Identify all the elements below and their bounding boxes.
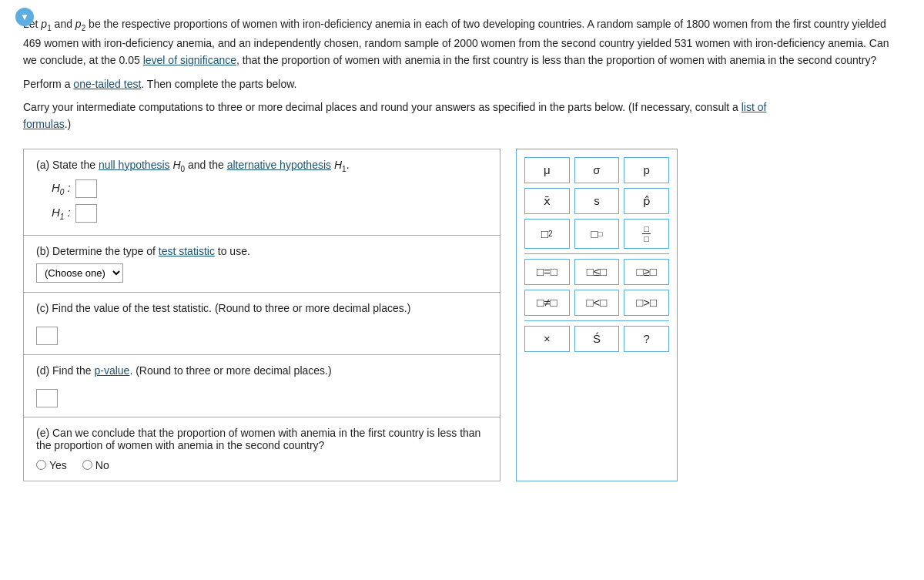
question-b: (b) Determine the type of test statistic…: [24, 236, 500, 293]
alternative-hypothesis-link[interactable]: alternative hypothesis: [227, 159, 331, 171]
test-statistic-input[interactable]: [37, 327, 57, 344]
test-statistic-answer-box[interactable]: [36, 327, 58, 345]
symbol-grid-row2: x̄ s p̂: [524, 188, 669, 214]
symbol-leq[interactable]: □≤□: [574, 259, 620, 285]
one-tailed-test-link[interactable]: one-tailed test: [73, 78, 141, 90]
symbol-fraction[interactable]: □ □: [624, 219, 669, 249]
symbol-panel: μ σ p x̄ s p̂ □2 □□ □ □ □=□ □≤□ □≥: [516, 149, 678, 481]
h0-input-box[interactable]: [75, 179, 97, 198]
chevron-down-icon[interactable]: ▼: [15, 8, 34, 26]
symbol-lt[interactable]: □<□: [574, 290, 620, 316]
h0-input[interactable]: [76, 180, 96, 197]
main-content: (a) State the null hypothesis H0 and the…: [23, 149, 901, 481]
symbol-p[interactable]: p: [624, 157, 669, 183]
h1-input-box[interactable]: [75, 204, 97, 223]
symbol-s[interactable]: s: [574, 188, 620, 214]
null-hypothesis-link[interactable]: null hypothesis: [99, 159, 170, 171]
symbol-grid-row5: □≠□ □<□ □>□: [524, 290, 669, 316]
symbol-divider-1: [524, 253, 669, 254]
symbol-equals[interactable]: □=□: [524, 259, 570, 285]
intro-paragraph-1: Let p1 and p2 be the respective proporti…: [23, 15, 901, 69]
question-d: (d) Find the p-value. (Round to three or…: [24, 355, 500, 417]
test-statistic-dropdown[interactable]: (Choose one) z t Chi-square F: [36, 263, 123, 283]
symbol-squared[interactable]: □2: [524, 219, 570, 249]
yes-no-row: Yes No: [36, 459, 487, 471]
p-value-link[interactable]: p-value: [94, 364, 129, 377]
dropdown-row: (Choose one) z t Chi-square F: [36, 263, 487, 283]
symbol-grid-row3: □2 □□ □ □: [524, 219, 669, 249]
symbol-sigma[interactable]: σ: [574, 157, 620, 183]
question-d-label: (d) Find the p-value. (Round to three or…: [36, 364, 487, 377]
test-statistic-link[interactable]: test statistic: [159, 245, 215, 257]
symbol-divider-2: [524, 320, 669, 321]
list-of-formulas-link[interactable]: list offormulas: [23, 101, 766, 130]
no-label: No: [95, 459, 109, 471]
intro-paragraph-2: Perform a one-tailed test. Then complete…: [23, 75, 901, 92]
no-radio[interactable]: [82, 460, 92, 470]
symbol-grid-row1: μ σ p: [524, 157, 669, 183]
symbol-xbar[interactable]: x̄: [524, 188, 570, 214]
question-c: (c) Find the value of the test statistic…: [24, 293, 500, 355]
symbol-geq[interactable]: □≥□: [624, 259, 669, 285]
symbol-question[interactable]: ?: [624, 326, 669, 352]
symbol-phat[interactable]: p̂: [624, 188, 669, 214]
p-value-input[interactable]: [37, 390, 57, 407]
h1-label: H1 :: [52, 206, 71, 221]
h1-input[interactable]: [76, 205, 96, 222]
level-of-significance-link[interactable]: level of significance: [143, 54, 236, 66]
symbol-subscript[interactable]: □□: [574, 219, 620, 249]
intro-paragraph-3: Carry your intermediate computations to …: [23, 99, 901, 133]
symbol-times[interactable]: ×: [524, 326, 570, 352]
h0-label: H0 :: [52, 181, 71, 196]
question-a-label: (a) State the null hypothesis H0 and the…: [36, 159, 487, 173]
symbol-gt[interactable]: □>□: [624, 290, 669, 316]
h0-row: H0 :: [52, 179, 487, 198]
symbol-grid-bottom: × Ś ?: [524, 326, 669, 352]
symbol-s-special[interactable]: Ś: [574, 326, 620, 352]
symbol-mu[interactable]: μ: [524, 157, 570, 183]
question-c-label: (c) Find the value of the test statistic…: [36, 302, 487, 314]
no-option[interactable]: No: [82, 459, 109, 471]
question-e-label: (e) Can we conclude that the proportion …: [36, 427, 487, 451]
symbol-neq[interactable]: □≠□: [524, 290, 570, 316]
question-a: (a) State the null hypothesis H0 and the…: [24, 149, 500, 236]
yes-option[interactable]: Yes: [36, 459, 67, 471]
intro-section: Let p1 and p2 be the respective proporti…: [23, 15, 901, 133]
h1-row: H1 :: [52, 204, 487, 223]
question-e: (e) Can we conclude that the proportion …: [24, 417, 500, 481]
question-b-label: (b) Determine the type of test statistic…: [36, 245, 487, 257]
p-value-answer-box[interactable]: [36, 389, 58, 407]
yes-label: Yes: [49, 459, 67, 471]
question-panel: (a) State the null hypothesis H0 and the…: [23, 149, 500, 481]
yes-radio[interactable]: [36, 460, 46, 470]
symbol-grid-row4: □=□ □≤□ □≥□: [524, 259, 669, 285]
